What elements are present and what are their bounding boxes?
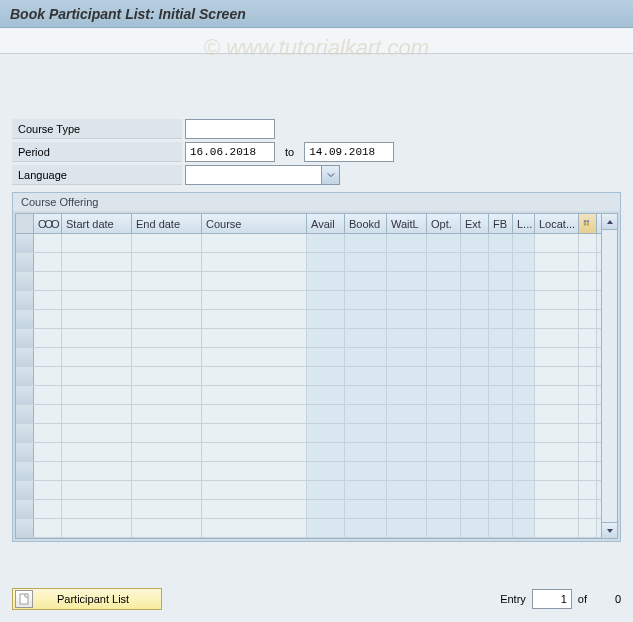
column-course[interactable]: Course [202, 214, 307, 233]
document-icon [15, 590, 33, 608]
groupbox-course-offering: Course Offering OOO Start date End date … [12, 192, 621, 542]
table-wrapper: OOO Start date End date Course Avail Boo… [13, 211, 620, 541]
entry-total: 0 [593, 593, 621, 605]
table-header-row: OOO Start date End date Course Avail Boo… [16, 214, 601, 234]
traffic-light-icon: OOO [38, 218, 58, 230]
input-period-from[interactable] [185, 142, 275, 162]
participant-list-label: Participant List [37, 593, 159, 605]
table-row[interactable] [16, 253, 601, 272]
row-language: Language [12, 164, 621, 186]
column-opt[interactable]: Opt. [427, 214, 461, 233]
table-row[interactable] [16, 519, 601, 538]
column-avail[interactable]: Avail [307, 214, 345, 233]
table-row[interactable] [16, 348, 601, 367]
table-row[interactable] [16, 272, 601, 291]
input-period-to[interactable] [304, 142, 394, 162]
table-course-offering: OOO Start date End date Course Avail Boo… [15, 213, 602, 539]
table-row[interactable] [16, 234, 601, 253]
table-row[interactable] [16, 291, 601, 310]
label-language: Language [12, 165, 182, 185]
of-label: of [578, 593, 587, 605]
column-status[interactable]: OOO [34, 214, 62, 233]
groupbox-title: Course Offering [13, 193, 620, 211]
column-l[interactable]: L... [513, 214, 535, 233]
row-course-type: Course Type [12, 118, 621, 140]
table-row[interactable] [16, 481, 601, 500]
column-start-date[interactable]: Start date [62, 214, 132, 233]
label-period: Period [12, 142, 182, 162]
label-course-type: Course Type [12, 119, 182, 139]
column-fb[interactable]: FB [489, 214, 513, 233]
entry-input[interactable] [532, 589, 572, 609]
toolbar-area [0, 28, 633, 54]
svg-rect-3 [587, 223, 589, 225]
table-row[interactable] [16, 367, 601, 386]
table-row[interactable] [16, 386, 601, 405]
scroll-track[interactable] [602, 230, 617, 522]
dropdown-language[interactable] [185, 165, 340, 185]
table-row[interactable] [16, 329, 601, 348]
vertical-scrollbar[interactable] [602, 213, 618, 539]
table-row[interactable] [16, 310, 601, 329]
window-titlebar: Book Participant List: Initial Screen [0, 0, 633, 28]
table-row[interactable] [16, 424, 601, 443]
column-location[interactable]: Locat... [535, 214, 579, 233]
entry-label: Entry [500, 593, 526, 605]
content-area: Course Type Period to Language Course Of… [0, 54, 633, 552]
svg-rect-4 [20, 594, 28, 604]
table-row[interactable] [16, 462, 601, 481]
window-title: Book Participant List: Initial Screen [10, 6, 246, 22]
svg-rect-0 [584, 220, 586, 222]
row-period: Period to [12, 141, 621, 163]
table-row[interactable] [16, 443, 601, 462]
chevron-down-icon [321, 166, 339, 184]
table-settings-icon [583, 216, 592, 231]
svg-rect-1 [587, 220, 589, 222]
table-row[interactable] [16, 405, 601, 424]
svg-rect-2 [584, 223, 586, 225]
column-ext[interactable]: Ext [461, 214, 489, 233]
footer: Participant List Entry of 0 [12, 588, 621, 610]
column-end-date[interactable]: End date [132, 214, 202, 233]
column-waitl[interactable]: WaitL [387, 214, 427, 233]
input-course-type[interactable] [185, 119, 275, 139]
participant-list-button[interactable]: Participant List [12, 588, 162, 610]
column-configure-button[interactable] [579, 214, 597, 233]
table-row[interactable] [16, 500, 601, 519]
column-bookd[interactable]: Bookd [345, 214, 387, 233]
scroll-up-button[interactable] [602, 214, 617, 230]
scroll-down-button[interactable] [602, 522, 617, 538]
table-body [16, 234, 601, 538]
label-period-to: to [285, 146, 294, 158]
entry-navigation: Entry of 0 [500, 589, 621, 609]
column-selector[interactable] [16, 214, 34, 233]
